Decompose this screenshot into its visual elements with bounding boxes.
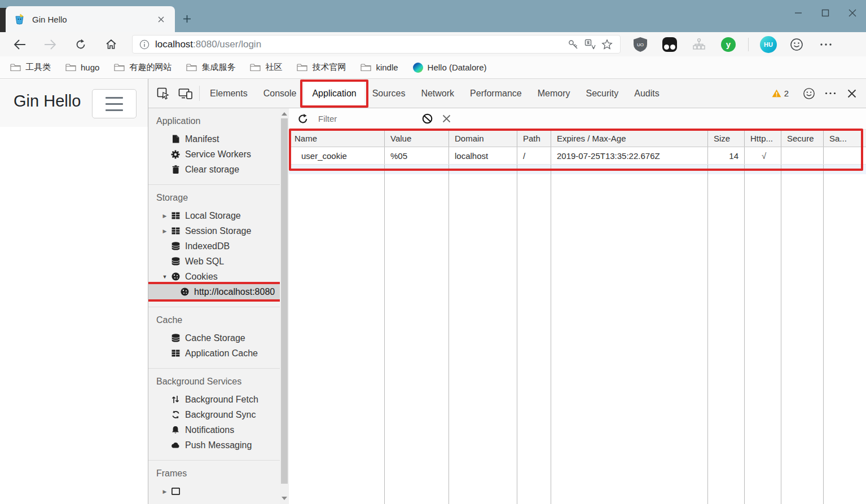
sidebar-item-local-storage[interactable]: ▶ Local Storage xyxy=(148,208,280,223)
bookmark-folder-fun-sites[interactable]: 有趣的网站 xyxy=(114,62,172,73)
cell-httponly-check[interactable]: √ xyxy=(745,147,781,164)
cell-path[interactable]: / xyxy=(517,147,551,164)
refresh-icon[interactable] xyxy=(71,35,90,54)
navbar-toggler-button[interactable] xyxy=(92,89,137,118)
scroll-up-icon[interactable] xyxy=(280,109,289,118)
device-toolbar-icon[interactable] xyxy=(174,79,197,108)
site-info-icon[interactable] xyxy=(139,39,150,50)
tab-close-icon[interactable] xyxy=(153,12,168,26)
inspect-element-icon[interactable] xyxy=(152,79,174,108)
scroll-down-icon[interactable] xyxy=(280,494,289,503)
col-samesite[interactable]: Sa... xyxy=(824,130,866,147)
col-secure[interactable]: Secure xyxy=(781,130,824,147)
sidebar-item-notifications[interactable]: Notifications xyxy=(148,422,280,437)
chevron-right-icon[interactable]: ▶ xyxy=(161,213,169,219)
dark-squircle-extension-icon[interactable] xyxy=(660,35,679,54)
col-expires[interactable]: Expires / Max-Age xyxy=(551,130,708,147)
sidebar-item-background-fetch[interactable]: Background Fetch xyxy=(148,392,280,407)
sitemap-extension-icon[interactable] xyxy=(689,35,709,54)
cell-value[interactable]: %05 xyxy=(385,147,449,164)
maximize-icon[interactable] xyxy=(812,0,839,26)
col-value[interactable]: Value xyxy=(385,130,449,147)
bookmark-folder-hugo[interactable]: hugo xyxy=(65,63,99,72)
tab-sources[interactable]: Sources xyxy=(364,79,414,108)
minimize-icon[interactable] xyxy=(785,0,812,26)
tab-application[interactable]: Application xyxy=(304,79,364,108)
devtools-menu-dots-icon[interactable] xyxy=(821,85,839,103)
new-tab-icon[interactable] xyxy=(179,11,194,26)
cookies-panel: Name Value Domain Path Expires / Max-Age… xyxy=(289,108,866,504)
address-bar[interactable]: localhost:8080/user/login xyxy=(132,35,621,54)
sidebar-item-cookies[interactable]: ▼ Cookies xyxy=(148,269,280,284)
sidebar-item-web-sql[interactable]: Web SQL xyxy=(148,254,280,269)
tab-audits[interactable]: Audits xyxy=(626,79,667,108)
tab-elements[interactable]: Elements xyxy=(202,79,256,108)
sidebar-item-frame-top[interactable]: ▶ xyxy=(148,484,280,499)
chevron-right-icon[interactable]: ▶ xyxy=(161,228,169,234)
url-text[interactable]: localhost:8080/user/login xyxy=(155,39,565,50)
cookie-table-header[interactable]: Name Value Domain Path Expires / Max-Age… xyxy=(289,130,866,147)
browser-menu-dots-icon[interactable] xyxy=(816,35,836,54)
back-icon[interactable] xyxy=(10,35,29,54)
forward-icon[interactable] xyxy=(41,35,60,54)
col-domain[interactable]: Domain xyxy=(449,130,517,147)
cell-size[interactable]: 14 xyxy=(708,147,745,164)
sidebar-item-background-sync[interactable]: Background Sync xyxy=(148,407,280,422)
green-extension-icon[interactable]: y xyxy=(719,35,738,54)
folder-icon xyxy=(65,63,76,72)
sidebar-item-push-messaging[interactable]: Push Messaging xyxy=(148,437,280,453)
chevron-down-icon[interactable]: ▼ xyxy=(161,274,169,280)
sidebar-item-session-storage[interactable]: ▶ Session Storage xyxy=(148,223,280,238)
manifest-file-icon xyxy=(170,135,181,143)
col-path[interactable]: Path xyxy=(517,130,551,147)
cookie-filter-input[interactable] xyxy=(318,112,414,126)
profile-avatar[interactable]: HU xyxy=(760,36,777,53)
bookmark-folder-tech-sites[interactable]: 技术官网 xyxy=(297,62,346,73)
col-http[interactable]: Http... xyxy=(745,130,781,147)
cell-secure[interactable] xyxy=(781,147,824,164)
cookie-row-user-cookie[interactable]: user_cookie %05 localhost / 2019-07-25T1… xyxy=(289,147,866,165)
sidebar-item-service-workers[interactable]: Service Workers xyxy=(148,147,280,162)
sidebar-item-indexeddb[interactable]: IndexedDB xyxy=(148,238,280,254)
favorite-star-icon[interactable] xyxy=(599,37,616,52)
home-icon[interactable] xyxy=(102,35,121,54)
bookmark-folder-toolset[interactable]: 工具类 xyxy=(10,62,51,73)
password-key-icon[interactable] xyxy=(565,37,582,52)
sidebar-item-application-cache[interactable]: Application Cache xyxy=(148,346,280,361)
tab-memory[interactable]: Memory xyxy=(530,79,578,108)
bookmark-folder-integration[interactable]: 集成服务 xyxy=(186,62,235,73)
bookmark-folder-community[interactable]: 社区 xyxy=(250,62,282,73)
tab-security[interactable]: Security xyxy=(578,79,626,108)
feedback-smiley-icon[interactable] xyxy=(787,35,806,54)
sidebar-scrollbar[interactable] xyxy=(280,108,289,504)
scrollbar-thumb[interactable] xyxy=(281,118,288,484)
devtools-close-icon[interactable] xyxy=(843,85,861,103)
delete-selected-icon[interactable] xyxy=(437,110,456,127)
refresh-cookies-icon[interactable] xyxy=(293,110,313,127)
tab-console[interactable]: Console xyxy=(256,79,305,108)
col-size[interactable]: Size xyxy=(708,130,745,147)
translate-icon[interactable] xyxy=(582,37,599,52)
sidebar-item-cache-storage[interactable]: Cache Storage xyxy=(148,330,280,346)
devtools-feedback-icon[interactable] xyxy=(800,85,818,103)
console-warning-indicator[interactable]: 2 xyxy=(772,89,789,98)
bookmark-datalore[interactable]: Hello (Datalore) xyxy=(413,63,487,73)
cell-name[interactable]: user_cookie xyxy=(289,147,385,164)
browser-tab[interactable]: Gin Hello xyxy=(6,6,175,32)
chevron-right-icon[interactable]: ▶ xyxy=(161,489,169,494)
datalore-icon xyxy=(413,63,423,73)
clear-all-icon[interactable] xyxy=(417,110,437,127)
cell-samesite[interactable] xyxy=(824,147,866,164)
sidebar-item-cookies-localhost[interactable]: http://localhost:8080 xyxy=(148,284,280,299)
col-name[interactable]: Name xyxy=(289,130,385,147)
tab-network[interactable]: Network xyxy=(413,79,462,108)
ublock-extension-icon[interactable]: UO xyxy=(631,35,650,54)
cell-domain[interactable]: localhost xyxy=(449,147,517,164)
sidebar-section-storage: Storage ▶ Local Storage ▶ Session Storag… xyxy=(148,184,280,307)
cell-expires[interactable]: 2019-07-25T13:35:22.676Z xyxy=(551,147,708,164)
sidebar-item-manifest[interactable]: Manifest xyxy=(148,131,280,147)
tab-performance[interactable]: Performance xyxy=(462,79,530,108)
sidebar-item-clear-storage[interactable]: Clear storage xyxy=(148,162,280,177)
close-window-icon[interactable] xyxy=(839,0,866,26)
bookmark-folder-kindle[interactable]: kindle xyxy=(361,63,398,72)
